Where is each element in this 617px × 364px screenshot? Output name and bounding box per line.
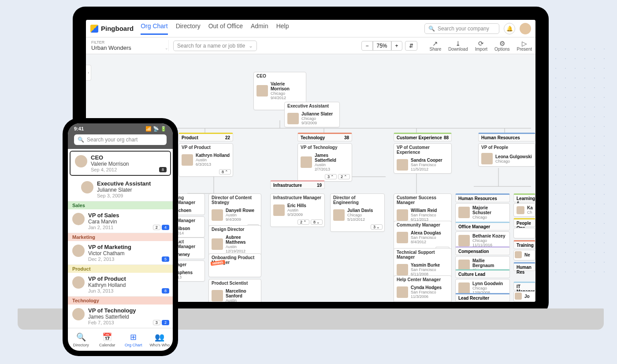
zoom-in-button[interactable]: + xyxy=(391,41,402,51)
search-name-placeholder: Search for a name or job title xyxy=(177,43,245,49)
search-company-placeholder: Search your company xyxy=(438,26,489,32)
pingboard-icon xyxy=(90,25,98,33)
import-button[interactable]: ⟳Import xyxy=(475,40,487,52)
phone-time: 9:41 xyxy=(74,126,84,132)
dept-human-res2[interactable]: Human Res xyxy=(513,262,535,271)
card-clipped-manager2[interactable]: Manager iibson014 xyxy=(174,216,205,238)
phone-list-item[interactable]: VP of MarketingVictor ChathamDec 2, 2013… xyxy=(68,241,173,265)
phone-tab-org-chart[interactable]: ⊞Org Chart xyxy=(120,328,147,351)
notifications-button[interactable]: 🔔 xyxy=(504,23,515,34)
options-icon: ⚙ xyxy=(499,40,505,47)
phone-tab-directory[interactable]: 🔍Directory xyxy=(68,328,94,351)
nav-admin[interactable]: Admin xyxy=(251,22,268,35)
chevron-down-icon: ⌄ xyxy=(249,43,253,49)
card-infra-manager[interactable]: Infrastructure Manager Eric HillsAustin9… xyxy=(270,193,325,227)
phone-search-input[interactable]: 🔍 Search your org chart xyxy=(74,134,167,145)
avatar xyxy=(72,308,85,320)
card-clipped-mgr[interactable]: ing Manager ichoen xyxy=(174,193,205,215)
dept-hr[interactable]: Human Resources xyxy=(478,133,535,141)
app-header: Pingboard Org Chart Directory Out of Off… xyxy=(86,20,535,37)
dept-people-ops[interactable]: People Ops xyxy=(513,218,535,227)
nav-org-chart[interactable]: Org Chart xyxy=(141,22,167,35)
chevron-down-icon: ⌄ xyxy=(165,46,168,50)
search-icon: 🔍 xyxy=(428,26,435,32)
dept-office-mgr[interactable]: Office Manager xyxy=(455,222,510,230)
dept-technology[interactable]: Technology38 xyxy=(297,133,352,141)
search-icon: 🔍 xyxy=(76,332,86,342)
nav-out-of-office[interactable]: Out of Office xyxy=(208,22,243,35)
card-help-center-mgr[interactable]: Help Center Manager Cynda HodgesSan Fran… xyxy=(394,275,452,302)
nav-help[interactable]: Help xyxy=(276,22,289,35)
avatar xyxy=(81,181,93,193)
filter-dropdown[interactable]: FILTER Urban Wonders ⌄ xyxy=(89,40,169,51)
zoom-out-button[interactable]: − xyxy=(361,41,372,51)
dept-compensation[interactable]: Compensation xyxy=(455,246,510,255)
card-executive-assistant[interactable]: Executive Assistant Julianne SlaterChica… xyxy=(284,102,340,127)
download-icon: ⤓ xyxy=(455,40,461,47)
phone-list-item[interactable]: VP of ProductKathryn HollandJun 3, 2013 … xyxy=(68,273,173,297)
card-support-mgr[interactable]: Support Manager xyxy=(394,301,452,302)
phone-tab-calendar[interactable]: 📅Calendar xyxy=(94,328,121,351)
card-director-engineering[interactable]: Director of Engineering Julian DavisChic… xyxy=(330,193,385,232)
dept-lead-recruiter[interactable]: Lead Recruiter xyxy=(455,293,510,302)
org-chart-icon: ⊞ xyxy=(130,332,137,342)
sidebar-expand-handle[interactable]: › xyxy=(86,65,91,81)
card-learning[interactable]: KaCh xyxy=(513,203,535,217)
brand-text: Pingboard xyxy=(101,25,134,32)
card-vp-product[interactable]: VP of Product Kathryn HollandAustin6/3/2… xyxy=(178,143,233,177)
card-vp-technology[interactable]: VP of Technology James SatterfieldAustin… xyxy=(297,143,352,182)
present-button[interactable]: ▷Present xyxy=(517,40,532,52)
search-company-input[interactable]: 🔍 Search your company xyxy=(424,23,499,34)
phone-org-list: CEOValerie MorrisonSep 4, 2012 8 Executi… xyxy=(68,149,173,328)
phone-status-bar: 9:41 📶 📡 🔋 🔍 Search your org chart xyxy=(68,123,173,149)
calendar-icon: 📅 xyxy=(102,332,112,342)
expand-all-button[interactable]: ⇵ xyxy=(405,41,417,51)
card-clipped-uct-mgr[interactable]: uct Manager heney xyxy=(174,238,205,259)
dept-learning[interactable]: Learning & xyxy=(513,193,535,202)
card-vp-cx[interactable]: VP of Customer Experience Sandra CooperS… xyxy=(394,143,452,174)
card-product-scientist[interactable]: Product Scientist Marcelino SanfordAusti… xyxy=(208,279,261,302)
phone-dept-header: Sales xyxy=(68,201,173,209)
import-icon: ⟳ xyxy=(478,40,484,47)
phone-list-item[interactable]: VP of TechnologyJames SatterfieldFeb 7, … xyxy=(68,305,173,328)
phone-mockup: 9:41 📶 📡 🔋 🔍 Search your org chart CEOVa… xyxy=(63,118,178,356)
present-icon: ▷ xyxy=(522,40,527,47)
card-clipped-ager[interactable]: ager sphens13 xyxy=(174,260,205,282)
dept-hr-sub[interactable]: Human Resources xyxy=(455,193,510,202)
whos-who-icon: 👥 xyxy=(155,332,164,342)
card-onboarding-pm[interactable]: Onboarding Product Manager HIRING xyxy=(208,253,261,277)
dept-culture[interactable]: Culture Lead xyxy=(455,269,510,278)
phone-status-icons: 📶 📡 🔋 xyxy=(145,126,167,132)
phone-dept-header: Technology xyxy=(68,297,173,305)
dept-infrastructure[interactable]: Infrastructure19 xyxy=(270,180,325,189)
top-nav: Org Chart Directory Out of Office Admin … xyxy=(141,22,289,35)
dept-it-manager[interactable]: IT Manager xyxy=(513,282,535,290)
download-button[interactable]: ⤓Download xyxy=(448,40,468,52)
phone-list-item[interactable]: Executive AssistantJulianne SlaterSep 3,… xyxy=(68,178,173,201)
card-vp-people[interactable]: VP of People Leona GulgowskiChicago xyxy=(478,143,535,167)
brand-logo[interactable]: Pingboard xyxy=(90,25,134,33)
search-name-input[interactable]: Search for a name or job title ⌄ xyxy=(173,41,257,51)
phone-tab-bar: 🔍Directory 📅Calendar ⊞Org Chart 👥Who's W… xyxy=(68,328,173,351)
phone-dept-header: Marketing xyxy=(68,233,173,241)
options-button[interactable]: ⚙Options xyxy=(494,40,509,52)
user-avatar[interactable] xyxy=(520,23,531,34)
card-people-ops[interactable] xyxy=(513,228,535,238)
phone-list-item[interactable]: VP of SalesCara MarvinJan 2, 2011 2 4 xyxy=(68,209,173,233)
phone-dept-header: Product xyxy=(68,265,173,273)
search-icon: 🔍 xyxy=(78,137,84,143)
avatar xyxy=(72,276,85,289)
filter-label: FILTER xyxy=(91,40,168,45)
card-it-manager[interactable]: Jo xyxy=(513,291,535,302)
phone-tab-whos-who[interactable]: 👥Who's Who xyxy=(147,328,173,351)
share-icon: ↗ xyxy=(432,40,438,47)
dept-training[interactable]: Training xyxy=(513,240,535,249)
avatar xyxy=(75,155,87,167)
dept-cx[interactable]: Customer Experience88 xyxy=(394,133,452,141)
dept-product[interactable]: Product22 xyxy=(178,133,233,141)
card-training[interactable]: Ne xyxy=(513,250,535,260)
phone-list-item[interactable]: CEOValerie MorrisonSep 4, 2012 8 xyxy=(70,151,171,176)
nav-directory[interactable]: Directory xyxy=(176,22,201,35)
share-button[interactable]: ↗Share xyxy=(430,40,442,52)
avatar xyxy=(72,213,85,225)
